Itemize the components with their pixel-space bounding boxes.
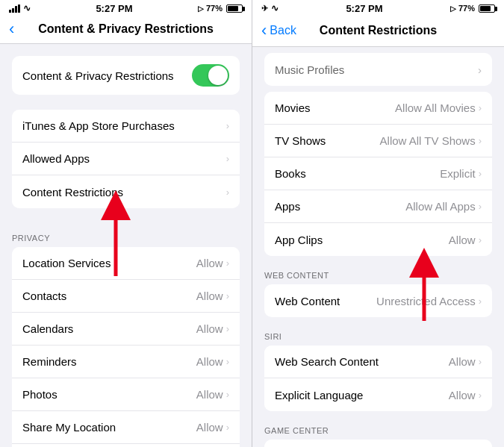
itunes-purchases-row[interactable]: iTunes & App Store Purchases › <box>12 110 240 143</box>
content-privacy-toggle[interactable] <box>192 64 229 87</box>
store-settings-card: Movies Allow All Movies › TV Shows Allow… <box>264 92 492 256</box>
right-location-icon: ▷ <box>450 4 456 13</box>
content-restrictions-right: › <box>226 187 229 198</box>
web-content-value: Unrestricted Access <box>376 295 476 307</box>
calendars-chevron: › <box>226 323 229 334</box>
web-search-content-right: Allow › <box>449 355 482 368</box>
location-services-row[interactable]: Location Services Allow › <box>12 247 240 280</box>
right-top-partial-card: Music Profiles › <box>264 53 492 86</box>
reminders-right: Allow › <box>196 355 229 368</box>
left-nav-bar: ‹ Content & Privacy Restrictions <box>0 16 252 44</box>
explicit-language-right: Allow › <box>449 389 482 401</box>
web-content-label: Web Content <box>275 295 340 307</box>
web-content-section: WEB CONTENT Web Content Unrestricted Acc… <box>252 271 504 317</box>
web-content-right: Unrestricted Access › <box>376 295 482 307</box>
right-time: 5:27 PM <box>346 3 382 14</box>
books-chevron: › <box>479 168 482 179</box>
calendars-right: Allow › <box>196 322 229 335</box>
content-restrictions-label: Content Restrictions <box>22 186 123 199</box>
game-center-card: Multiplayer Games Allow with Every... › … <box>264 440 492 447</box>
web-search-content-row[interactable]: Web Search Content Allow › <box>264 346 492 378</box>
calendars-value: Allow <box>196 322 223 335</box>
apps-right: Allow All Apps › <box>405 200 482 213</box>
tv-shows-row[interactable]: TV Shows Allow All TV Shows › <box>264 125 492 157</box>
photos-value: Allow <box>196 388 223 401</box>
contacts-row[interactable]: Contacts Allow › <box>12 280 240 313</box>
contacts-right: Allow › <box>196 290 229 302</box>
itunes-purchases-label: iTunes & App Store Purchases <box>22 119 175 132</box>
explicit-language-row[interactable]: Explicit Language Allow › <box>264 378 492 411</box>
web-content-row[interactable]: Web Content Unrestricted Access › <box>264 284 492 317</box>
books-row[interactable]: Books Explicit › <box>264 157 492 190</box>
privacy-section-label: PRIVACY <box>0 223 252 247</box>
apps-row[interactable]: Apps Allow All Apps › <box>264 190 492 223</box>
bluetooth-sharing-row[interactable]: Bluetooth Sharing Allow › <box>12 444 240 447</box>
contacts-label: Contacts <box>22 290 66 302</box>
itunes-purchases-right: › <box>226 120 229 131</box>
multiplayer-games-row[interactable]: Multiplayer Games Allow with Every... › <box>264 440 492 447</box>
wifi-icon: ∿ <box>23 3 31 13</box>
explicit-language-value: Allow <box>449 389 476 401</box>
left-status-left-icons: ∿ <box>9 3 31 13</box>
main-settings-section: iTunes & App Store Purchases › Allowed A… <box>0 110 252 208</box>
app-clips-chevron: › <box>479 234 482 246</box>
top-toggle-section: Content & Privacy Restrictions <box>0 56 252 95</box>
content-restrictions-chevron: › <box>226 187 229 198</box>
right-status-bar: ✈ ∿ 5:27 PM ▷ 77% <box>252 0 504 16</box>
movies-row[interactable]: Movies Allow All Movies › <box>264 92 492 125</box>
web-search-content-label: Web Search Content <box>275 355 379 368</box>
music-profiles-row[interactable]: Music Profiles › <box>264 53 492 86</box>
photos-right: Allow › <box>196 388 229 401</box>
right-status-left-icons: ✈ ∿ <box>261 3 279 13</box>
web-search-content-value: Allow <box>449 355 476 368</box>
apps-chevron: › <box>479 201 482 212</box>
web-content-section-label: WEB CONTENT <box>252 271 504 284</box>
right-battery-icon: 77% <box>458 4 495 13</box>
siri-card: Web Search Content Allow › Explicit Lang… <box>264 346 492 411</box>
airplane-icon: ✈ <box>261 4 268 13</box>
allowed-apps-right: › <box>226 153 229 164</box>
reminders-row[interactable]: Reminders Allow › <box>12 346 240 378</box>
right-panel: ✈ ∿ 5:27 PM ▷ 77% ‹ Back Content Restric… <box>252 0 504 447</box>
photos-row[interactable]: Photos Allow › <box>12 378 240 411</box>
books-right: Explicit › <box>440 167 482 180</box>
share-location-row[interactable]: Share My Location Allow › <box>12 411 240 444</box>
game-center-section-label: GAME CENTER <box>252 426 504 440</box>
siri-section-label: SIRI <box>252 332 504 346</box>
tv-shows-value: Allow All TV Shows <box>380 134 476 147</box>
right-back-button[interactable]: ‹ Back <box>261 21 296 40</box>
contacts-chevron: › <box>226 290 229 301</box>
itunes-purchases-chevron: › <box>226 120 229 131</box>
music-profiles-chevron: › <box>478 63 482 76</box>
left-back-button[interactable]: ‹ <box>9 21 14 37</box>
right-wifi-icon: ∿ <box>271 3 279 13</box>
app-clips-row[interactable]: App Clips Allow › <box>264 223 492 256</box>
top-toggle-card: Content & Privacy Restrictions <box>12 56 240 95</box>
movies-chevron: › <box>479 102 482 113</box>
books-label: Books <box>275 167 306 180</box>
books-value: Explicit <box>440 167 476 180</box>
signal-icon <box>9 4 20 13</box>
location-services-label: Location Services <box>22 257 111 269</box>
location-services-chevron: › <box>226 257 229 269</box>
tv-shows-chevron: › <box>479 135 482 146</box>
left-time: 5:27 PM <box>96 3 132 14</box>
app-clips-right: Allow › <box>449 234 482 246</box>
siri-section: SIRI Web Search Content Allow › Explicit… <box>252 332 504 411</box>
privacy-settings-card: Location Services Allow › Contacts Allow… <box>12 247 240 447</box>
calendars-row[interactable]: Calendars Allow › <box>12 313 240 346</box>
tv-shows-right: Allow All TV Shows › <box>380 134 482 147</box>
web-content-card: Web Content Unrestricted Access › <box>264 284 492 317</box>
web-search-chevron: › <box>479 356 482 367</box>
explicit-language-label: Explicit Language <box>275 389 363 401</box>
tv-shows-label: TV Shows <box>275 134 326 147</box>
right-back-label[interactable]: Back <box>270 24 296 37</box>
allowed-apps-row[interactable]: Allowed Apps › <box>12 143 240 175</box>
store-section: Movies Allow All Movies › TV Shows Allow… <box>252 92 504 256</box>
apps-label: Apps <box>275 200 300 213</box>
left-page-title: Content & Privacy Restrictions <box>38 22 214 36</box>
app-clips-label: App Clips <box>275 234 323 246</box>
content-restrictions-row[interactable]: Content Restrictions › <box>12 175 240 208</box>
explicit-language-chevron: › <box>479 390 482 401</box>
top-toggle-label: Content & Privacy Restrictions <box>22 69 174 82</box>
